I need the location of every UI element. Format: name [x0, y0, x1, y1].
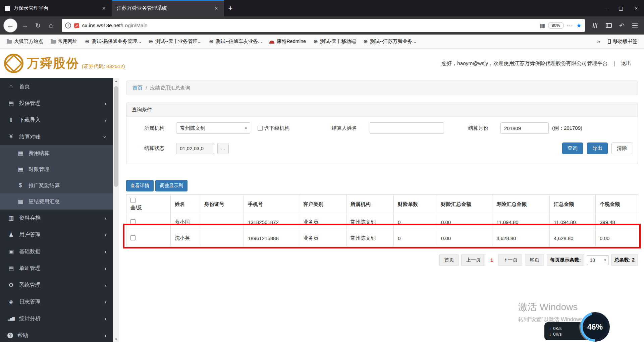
month-hint: (例：201709) — [552, 125, 582, 131]
column-header: 身份证号 — [200, 195, 244, 214]
url-text[interactable]: cx.ins.ws13e.net/Login/Main — [82, 22, 537, 28]
submenu-item-feiyong[interactable]: ▦ 费用结算 — [0, 145, 113, 161]
data-icon: ▣ — [7, 248, 15, 255]
sidebar-item-settlement[interactable]: ¥ 结算对账 › — [0, 128, 113, 145]
status-more-button[interactable]: ... — [217, 143, 229, 154]
last-page-button[interactable]: 尾页 — [525, 254, 544, 266]
upload-arrow-icon: ↑ — [549, 326, 551, 331]
bookmark-item[interactable]: ⊕ 测试--信通车友业务... — [206, 37, 265, 46]
search-button[interactable]: 查询 — [562, 142, 583, 154]
export-button[interactable]: 导出 — [587, 142, 608, 154]
row-checkbox[interactable] — [130, 235, 136, 240]
chevron-right-icon: › — [104, 282, 106, 288]
qr-code-icon[interactable]: ▦ — [540, 22, 545, 29]
breadcrumb-home-link[interactable]: 首页 — [132, 85, 143, 91]
bookmark-item-redmine[interactable]: 康特Redmine — [267, 37, 309, 46]
include-sub-checkbox[interactable] — [258, 126, 263, 131]
sidebar-item-users[interactable]: ♟ 用户管理 › — [0, 226, 113, 243]
sidebar-item-toubao[interactable]: ▤ 投保管理 › — [0, 95, 113, 112]
logout-link[interactable]: 退出 — [621, 60, 631, 67]
netspeed-widget[interactable]: ↑ 0K/s ↓ 0K/s 46% — [544, 312, 610, 342]
bookmark-star-icon[interactable]: ★ — [576, 22, 582, 29]
table-header-row: 全/反 姓名 身份证号 手机号 客户类别 所属机构 财险单数 财险汇总金额 寿险… — [126, 195, 638, 214]
submenu-item-duizhang[interactable]: ▦ 对账管理 — [0, 161, 113, 177]
settle-status-input[interactable] — [176, 143, 214, 154]
bookmarks-overflow-icon[interactable]: » — [594, 38, 603, 45]
user-icon: ♟ — [7, 231, 15, 238]
row-checkbox[interactable] — [130, 219, 136, 224]
maximize-button[interactable]: ▢ — [613, 0, 629, 16]
query-panel: 查询条件 所属机构 常州陈文钊 ▾ 含下级机构 结算人姓名 结算月份 — [126, 103, 638, 164]
tab-close-icon[interactable]: × — [213, 5, 219, 11]
tab-close-icon[interactable]: × — [101, 5, 107, 11]
reload-button[interactable]: ↻ — [32, 20, 44, 31]
sidebar-scrollbar[interactable]: ▲ ▼ — [113, 78, 119, 342]
home-button[interactable]: ⌂ — [45, 20, 57, 31]
grid-icon: ▦ — [17, 166, 24, 173]
tab-wanbaolu[interactable]: 万保录管理平台 × — [0, 0, 112, 16]
submenu-item-yingjie[interactable]: ▦ 应结费用汇总 — [0, 193, 113, 210]
current-page: 1 — [488, 255, 495, 265]
cell-idcard — [200, 214, 244, 230]
sidebar-item-label: 首页 — [19, 83, 30, 90]
sidebar-item-logs[interactable]: ◈ 日志管理 › — [0, 293, 113, 310]
sidebar-item-system[interactable]: ⚙ 系统管理 › — [0, 277, 113, 293]
sidebar-item-help[interactable]: ? 帮助 › — [0, 327, 113, 342]
folder-icon — [51, 40, 56, 44]
sidebar-item-archive[interactable]: ▥ 资料存档 › — [0, 210, 113, 226]
bookmark-folder[interactable]: 常用网址 — [48, 37, 80, 46]
new-tab-button[interactable]: + — [224, 0, 237, 16]
bookmark-item[interactable]: ⊕ 测试-天丰移动端 — [311, 37, 359, 46]
view-detail-button[interactable]: 查看详情 — [126, 180, 154, 191]
sidebar-toggle-button[interactable] — [603, 20, 614, 31]
bookmark-item[interactable]: ⊕ 测试-易保通业务管理... — [82, 37, 144, 46]
bookmark-folder[interactable]: 火狐官方站点 — [4, 37, 46, 46]
prev-page-button[interactable]: 上一页 — [461, 254, 485, 266]
next-page-button[interactable]: 下一页 — [498, 254, 522, 266]
scroll-down-icon[interactable]: ▼ — [113, 336, 119, 342]
menu-button[interactable] — [629, 20, 641, 31]
table-row[interactable]: 蒋小国 13182501872 业务员 常州陈文钊 0 0.00 11,094.… — [126, 214, 638, 230]
first-page-button[interactable]: 首页 — [439, 254, 459, 266]
sidebar-item-basedata[interactable]: ▣ 基础数据 › — [0, 243, 113, 260]
org-select[interactable]: 常州陈文钊 ▾ — [176, 122, 250, 134]
settle-person-input[interactable] — [370, 122, 444, 134]
mobile-bookmarks[interactable]: 移动版书签 — [605, 37, 640, 46]
select-all-checkbox[interactable] — [130, 198, 136, 203]
url-bar[interactable]: i cx.ins.ws13e.net/Login/Main ▦ 80% ⋯ ★ — [62, 19, 585, 32]
clear-button[interactable]: 清除 — [611, 142, 632, 154]
download-arrow-icon: ↓ — [549, 332, 551, 337]
tab-jiangsu-wanshun[interactable]: 江苏万舜业务管理系统 × — [112, 0, 224, 16]
globe-icon: ⊕ — [313, 39, 318, 44]
bookmark-item[interactable]: ⊕ 测试--江苏万舜业务... — [361, 37, 419, 46]
adjust-columns-button[interactable]: 调整显示列 — [155, 180, 187, 191]
undo-close-tab-button[interactable]: ↶ — [616, 20, 628, 31]
tab-title: 万保录管理平台 — [13, 5, 97, 11]
sidebar-item-home[interactable]: ⌂ 首页 — [0, 78, 113, 95]
settle-month-input[interactable] — [500, 122, 549, 134]
folder-icon — [7, 40, 12, 44]
close-window-button[interactable]: × — [629, 0, 644, 16]
zoom-indicator[interactable]: 80% — [548, 22, 564, 29]
table-row-highlighted[interactable]: 沈小英 18961215888 业务员 常州陈文钊 0 0.00 4,628.8… — [126, 230, 638, 246]
extension-icon[interactable] — [74, 23, 79, 28]
library-button[interactable] — [590, 20, 601, 31]
scroll-up-icon[interactable]: ▲ — [113, 78, 119, 84]
back-button[interactable]: ← — [3, 18, 17, 33]
tab-favicon-icon — [5, 6, 10, 11]
forward-button[interactable]: → — [19, 20, 31, 31]
sidebar-item-statistics[interactable]: ▂▅▇ 统计分析 › — [0, 310, 113, 327]
site-info-icon[interactable]: i — [65, 22, 71, 28]
bookmark-label: 测试-易保通业务管理... — [92, 38, 141, 45]
sidebar-item-download[interactable]: ⇓ 下载导入 › — [0, 112, 113, 128]
minimize-button[interactable]: – — [598, 0, 613, 16]
submenu-item-tuiguang[interactable]: $ 推广奖励结算 — [0, 177, 113, 193]
page-size-select[interactable]: 10 ▾ — [587, 255, 608, 265]
scrollbar-thumb[interactable] — [114, 86, 118, 187]
bookmark-item[interactable]: ⊕ 测试--天丰业务管理... — [146, 37, 204, 46]
memory-usage-circle[interactable]: 46% — [580, 312, 610, 342]
sidebar-item-documents[interactable]: ▤ 单证管理 › — [0, 260, 113, 277]
sidebar-toggle-icon — [606, 23, 612, 28]
submenu-item-label: 推广奖励结算 — [29, 182, 60, 189]
page-actions-icon[interactable]: ⋯ — [567, 22, 573, 30]
